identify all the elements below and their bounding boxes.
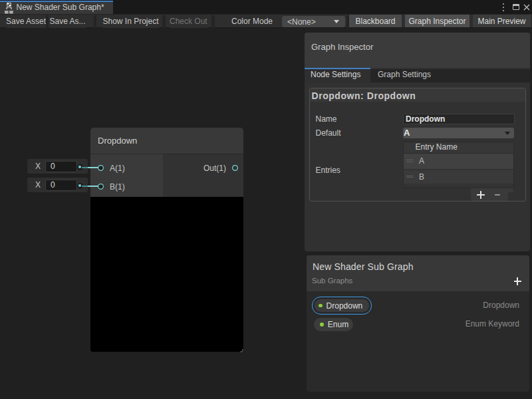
property-type-enum: Enum Keyword [466,319,519,329]
subgraph-asset-icon [5,3,13,15]
value-field-a[interactable]: 0 [45,161,77,172]
input-port-label-a: A(1) [110,164,125,173]
inspector-title: Graph Inspector [311,42,373,52]
entry-name: A [419,156,424,166]
tab-label: Graph Settings [378,70,431,79]
output-port[interactable] [232,165,238,171]
close-button[interactable] [522,0,531,14]
edge-cap-dot [78,166,82,169]
drag-handle-line [406,162,413,162]
show-in-project-button[interactable]: Show In Project [103,15,159,28]
minus-icon [495,194,501,196]
node-preview [90,197,243,352]
inspector-header[interactable]: Graph Inspector [305,33,530,68]
tab-graph-settings[interactable]: Graph Settings [370,69,431,82]
entries-header-label: Entry Name [416,142,458,152]
property-name: Enum [328,320,348,329]
plus-icon [514,277,522,285]
value-field-b[interactable]: 0 [45,180,77,191]
dropdown-node[interactable]: Dropdown [90,128,243,352]
edge-cap-dot [78,184,82,188]
remove-entry-button[interactable] [489,188,508,201]
entries-label: Entries [316,166,340,175]
window-menu-button[interactable] [499,0,508,14]
node-inputs-column [90,154,163,197]
name-field[interactable]: Dropdown [403,114,515,124]
entry-row-b[interactable]: B [404,170,513,184]
drag-handle-icon[interactable] [406,174,413,179]
close-x-shape [523,4,530,11]
drag-handle-icon[interactable] [406,159,413,164]
entry-row-a[interactable]: A [404,154,513,170]
node-title-text: Dropdown [98,136,137,146]
drag-handle-line [406,176,413,176]
kebab-dot [503,7,504,8]
section-title: Dropdown: Dropdown [312,90,416,101]
maximize-box-shape [513,4,519,10]
entries-table-header: Entry Name [404,142,513,154]
blackboard-toggle-button[interactable]: Blackboard [349,15,402,27]
window-title-bar: New Shader Sub Graph* [0,0,532,14]
property-pill-enum[interactable]: Enum [314,318,353,331]
tab-label: Node Settings [311,70,360,79]
color-mode-value: <None> [287,17,316,27]
default-value: A [404,128,410,138]
axis-label: X [35,180,41,190]
toolbar-separator [46,15,49,28]
save-as-button[interactable]: Save As... [50,15,86,28]
edge-a [88,167,98,168]
exposed-dot-icon [319,304,323,308]
graph-toolbar: Save Asset Save As... Show In Project Ch… [0,14,532,28]
chevron-down-icon [334,20,339,23]
color-mode-label: Color Mode [231,15,273,28]
inspector-tab-bar: Node Settings Graph Settings [305,69,530,82]
kebab-dot [503,3,504,5]
tab-node-settings[interactable]: Node Settings [305,69,370,82]
add-property-button[interactable] [503,255,529,291]
document-tab[interactable]: New Shader Sub Graph* [0,1,113,14]
default-dropdown[interactable]: A [403,128,514,138]
name-label: Name [316,114,337,124]
blackboard-title: New Shader Sub Graph [313,261,414,272]
kebab-dots [503,2,504,12]
output-port-label: Out(1) [203,164,226,173]
default-label: Default [316,128,341,138]
plus-icon [477,191,485,199]
property-type-dropdown: Dropdown [483,301,519,310]
graph-inspector-panel: Graph Inspector Node Settings Graph Sett… [305,33,530,251]
node-settings-section: Dropdown: Dropdown Name Dropdown Default… [309,88,526,201]
toolbar-separator [94,15,97,28]
node-outputs-column [163,154,243,197]
entries-footer [471,188,508,201]
input-port-label-b: B(1) [110,182,125,192]
exposed-dot-icon [320,323,324,327]
kebab-dot [503,10,504,11]
entry-name: B [419,172,424,182]
graph-inspector-toggle-button[interactable]: Graph Inspector [405,15,469,27]
property-pill-dropdown[interactable]: Dropdown [315,299,370,312]
edge-b [88,186,98,187]
chevron-down-icon [505,132,510,135]
axis-label: X [35,162,41,171]
toolbar-separator [211,15,215,28]
name-value: Dropdown [406,114,445,124]
toolbar-separator [162,15,166,28]
main-preview-toggle-button[interactable]: Main Preview [473,15,531,27]
value-text: 0 [51,162,55,171]
check-out-button: Check Out [170,15,207,28]
node-title-bar[interactable]: Dropdown [90,128,243,154]
color-mode-dropdown[interactable]: <None> [282,16,345,27]
save-asset-button[interactable]: Save Asset [6,15,46,28]
add-entry-button[interactable] [471,188,489,201]
drag-handle-line [406,160,413,160]
maximize-button[interactable] [511,0,521,14]
blackboard-subtitle: Sub Graphs [312,277,352,285]
drag-handle-line [406,177,413,178]
property-name: Dropdown [327,301,363,311]
tab-title: New Shader Sub Graph* [17,3,104,12]
blackboard-panel: New Shader Sub Graph Sub Graphs Dropdown… [307,255,529,392]
entries-table: Entry Name A B [403,142,514,189]
value-text: 0 [51,180,55,190]
